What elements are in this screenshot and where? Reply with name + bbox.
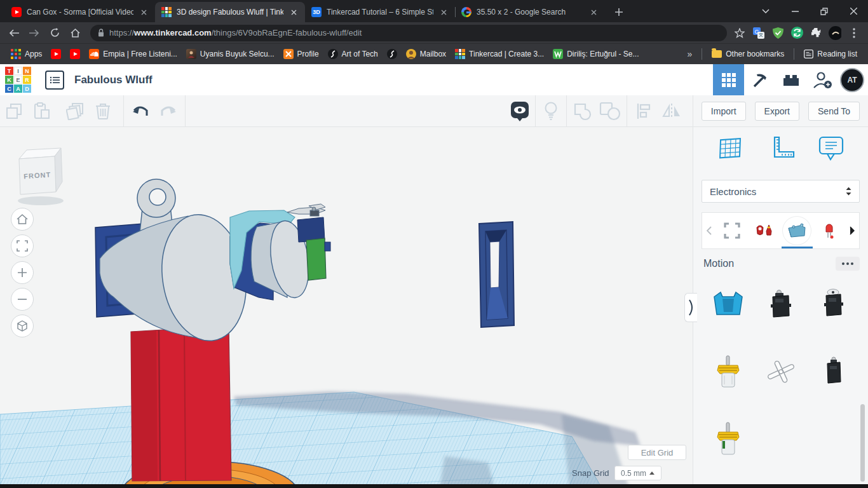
delete-trash-icon[interactable] [89, 95, 117, 127]
part-servo-horn-cross[interactable] [763, 353, 799, 390]
design-title[interactable]: Fabulous Wluff [74, 74, 153, 86]
adblock-shield-icon[interactable] [771, 27, 784, 39]
close-tab-icon[interactable] [288, 7, 299, 17]
redo-icon[interactable] [154, 95, 182, 127]
tinkercad-logo[interactable]: T I N K E R C A D [5, 67, 31, 93]
lightbulb-icon[interactable] [537, 95, 565, 127]
tab-1[interactable]: Can Gox - Sorma [Official Video] [5, 2, 155, 22]
perspective-toggle-button[interactable] [11, 315, 34, 337]
notes-tool-icon[interactable] [817, 133, 845, 164]
zoom-in-button[interactable] [11, 261, 34, 284]
export-button[interactable]: Export [755, 102, 799, 121]
paste-icon[interactable] [28, 95, 56, 127]
blue-tab[interactable] [325, 242, 330, 251]
copy-icon[interactable] [0, 95, 28, 127]
part-micro-gearmotor-2[interactable] [710, 421, 747, 458]
bookmark-star-icon[interactable] [733, 27, 746, 39]
profile-avatar[interactable] [829, 27, 841, 39]
category-red-components[interactable] [749, 213, 781, 248]
new-tab-button[interactable] [610, 3, 628, 21]
bookmark-mailbox[interactable]: Mailbox [402, 46, 451, 62]
bookmark-art-of-tech[interactable]: Art of Tech [323, 46, 383, 62]
bookmark-globe-only[interactable] [383, 46, 402, 62]
edit-grid-button[interactable]: Edit Grid [628, 445, 686, 460]
url-omnibox[interactable]: https://www.tinkercad.com/things/6V9obRa… [90, 25, 727, 41]
close-window-button[interactable] [839, 0, 868, 22]
download-manager-icon[interactable] [790, 27, 803, 39]
home-icon[interactable] [66, 24, 84, 42]
bookmark-empia[interactable]: Empia | Free Listeni... [85, 46, 182, 62]
bookmark-uyanis[interactable]: Uyanis Buyuk Selcu... [182, 46, 279, 62]
back-icon[interactable] [5, 24, 23, 42]
bookmark-tinkercad[interactable]: Tinkercad | Create 3... [451, 46, 548, 62]
bookmark-youtube-2[interactable] [65, 46, 85, 62]
import-button[interactable]: Import [702, 102, 746, 121]
dashboard-grid-button[interactable] [713, 64, 744, 95]
zoom-out-button[interactable] [11, 288, 34, 311]
minecraft-pickaxe-icon[interactable] [744, 64, 775, 95]
panel-collapse-handle[interactable] [684, 293, 697, 322]
minimize-button[interactable] [780, 0, 810, 22]
green-box[interactable] [306, 238, 326, 280]
reload-icon[interactable] [46, 24, 64, 42]
chrome-menu-kebab-icon[interactable] [848, 27, 860, 39]
tab-2-active[interactable]: 3D design Fabulous Wluff | Tinke [155, 2, 305, 22]
carousel-prev-icon[interactable] [702, 226, 716, 235]
section-options-icon[interactable] [836, 257, 860, 271]
propeller-part[interactable] [287, 204, 325, 216]
tab-title: Tinkercad Tutorial – 6 Simple Ste [327, 8, 433, 17]
blue-slotted-plate[interactable] [479, 222, 514, 327]
close-tab-icon[interactable] [438, 7, 449, 17]
youtube-icon [70, 49, 80, 59]
forward-icon[interactable] [25, 24, 43, 42]
undo-icon[interactable] [126, 95, 154, 127]
restore-button[interactable] [810, 0, 839, 22]
other-bookmarks-folder[interactable]: Other bookmarks [707, 46, 789, 62]
align-icon[interactable] [630, 95, 658, 127]
part-micro-servo-small[interactable] [815, 353, 852, 390]
tab-3[interactable]: 3D Tinkercad Tutorial – 6 Simple Ste [305, 2, 455, 22]
3d-viewport[interactable] [0, 127, 693, 488]
soundcloud-icon [89, 49, 99, 59]
snap-grid-select[interactable]: 0.5 mm [614, 466, 661, 480]
ruler-tool-icon[interactable] [767, 133, 797, 164]
group-icon[interactable] [568, 95, 596, 127]
shape-category-select[interactable]: Electronics [702, 180, 860, 203]
tab-search-icon[interactable] [751, 0, 780, 22]
bookmark-apps[interactable]: Apps [6, 46, 46, 62]
close-tab-icon[interactable] [139, 7, 149, 17]
bookmarks-overflow-chevron[interactable]: » [682, 46, 696, 62]
ungroup-icon[interactable] [596, 95, 624, 127]
part-micro-servo[interactable] [763, 286, 799, 323]
category-servo-motor[interactable] [781, 213, 813, 248]
carousel-next-icon[interactable] [845, 226, 859, 235]
close-tab-icon[interactable] [588, 7, 599, 17]
panel-scrollbar[interactable] [860, 404, 865, 482]
duplicate-icon[interactable] [61, 95, 89, 127]
part-micro-servo-with-horn[interactable] [815, 286, 852, 323]
workplane-tool-icon[interactable] [717, 133, 747, 164]
bookmark-profile[interactable]: Profile [279, 46, 323, 62]
bookmark-youtube-1[interactable] [46, 46, 65, 62]
category-all-shapes[interactable] [716, 213, 749, 248]
fit-view-button[interactable] [11, 234, 34, 257]
brick-blocks-icon[interactable] [775, 64, 806, 95]
mirror-flip-icon[interactable] [658, 95, 686, 127]
bookmark-dirilis[interactable]: Diriliş: Ertuğrul - Se... [548, 46, 643, 62]
send-to-button[interactable]: Send To [808, 102, 860, 121]
notes-visibility-icon[interactable] [506, 95, 534, 127]
red-column[interactable] [131, 326, 231, 481]
view-cube[interactable]: FRONT [11, 141, 75, 207]
3d-canvas[interactable]: FRONT Edit Grid Snap Grid 0.5 mm [0, 127, 693, 488]
part-micro-gearmotor[interactable] [710, 353, 747, 390]
reading-list-button[interactable]: Reading list [799, 46, 862, 62]
view-home-button[interactable] [11, 208, 34, 231]
user-avatar[interactable]: AT [840, 68, 864, 92]
category-led[interactable] [813, 213, 845, 248]
puzzle-extensions-icon[interactable] [810, 27, 822, 39]
translate-extension-icon[interactable]: G [752, 27, 765, 39]
part-servo-bracket[interactable] [710, 286, 747, 323]
design-menu-icon[interactable] [45, 71, 64, 90]
tab-4[interactable]: 35.50 x 2 - Google Search [455, 2, 605, 22]
invite-person-icon[interactable] [806, 64, 837, 95]
